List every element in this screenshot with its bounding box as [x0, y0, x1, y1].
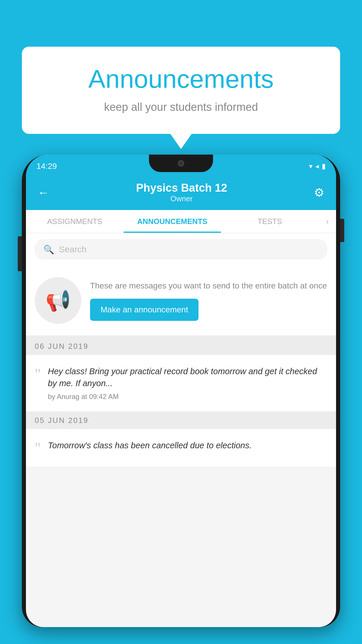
- speech-bubble: Announcements keep all your students inf…: [22, 47, 340, 134]
- search-bar[interactable]: 🔍 Search: [35, 239, 327, 260]
- wifi-icon: ▾: [309, 162, 312, 170]
- announcement-text-2: Tomorrow's class has been cancelled due …: [48, 440, 252, 452]
- tab-tests[interactable]: TESTS: [221, 210, 319, 233]
- signal-icon: ◂: [315, 162, 319, 170]
- status-time: 14:29: [36, 162, 57, 171]
- status-icons: ▾ ◂ ▮: [309, 162, 326, 170]
- promo-description: These are messages you want to send to t…: [90, 280, 327, 291]
- promo-content: These are messages you want to send to t…: [90, 280, 327, 321]
- quote-icon-2: ": [35, 441, 41, 456]
- battery-icon: ▮: [322, 162, 326, 170]
- announcement-content-2: Tomorrow's class has been cancelled due …: [48, 440, 252, 455]
- phone-screen: 14:29 ▾ ◂ ▮ ← Physics Batch 12 Owner ⚙: [26, 155, 336, 627]
- tabs-bar: ASSIGNMENTS ANNOUNCEMENTS TESTS ›: [26, 210, 336, 233]
- announcement-meta-1: by Anurag at 09:42 AM: [48, 393, 327, 401]
- speech-bubble-container: Announcements keep all your students inf…: [22, 47, 340, 134]
- search-icon: 🔍: [43, 244, 54, 255]
- date-separator-2: 05 JUN 2019: [26, 412, 336, 429]
- tab-assignments[interactable]: ASSIGNMENTS: [26, 210, 124, 233]
- header-subtitle: Owner: [136, 194, 227, 203]
- settings-icon[interactable]: ⚙: [314, 186, 324, 199]
- speech-bubble-subtitle: keep all your students informed: [45, 101, 317, 113]
- camera: [178, 160, 184, 167]
- megaphone-icon: 📢: [45, 288, 71, 312]
- search-placeholder: Search: [59, 244, 87, 254]
- make-announcement-button[interactable]: Make an announcement: [90, 299, 198, 321]
- announcement-item-1[interactable]: " Hey class! Bring your practical record…: [26, 355, 336, 412]
- header-title: Physics Batch 12: [136, 182, 227, 194]
- promo-icon-circle: 📢: [35, 277, 81, 324]
- app-header: ← Physics Batch 12 Owner ⚙: [26, 175, 336, 210]
- promo-section: 📢 These are messages you want to send to…: [26, 265, 336, 338]
- back-button[interactable]: ←: [38, 186, 49, 199]
- announcement-item-2[interactable]: " Tomorrow's class has been cancelled du…: [26, 429, 336, 466]
- search-container: 🔍 Search: [26, 233, 336, 265]
- header-center: Physics Batch 12 Owner: [136, 182, 227, 203]
- announcement-text-1: Hey class! Bring your practical record b…: [48, 365, 327, 389]
- date-separator-1: 06 JUN 2019: [26, 338, 336, 355]
- tab-more[interactable]: ›: [319, 217, 336, 226]
- phone-notch: [149, 155, 213, 172]
- phone-container: 14:29 ▾ ◂ ▮ ← Physics Batch 12 Owner ⚙: [22, 155, 340, 644]
- tab-announcements[interactable]: ANNOUNCEMENTS: [124, 210, 221, 233]
- speech-bubble-title: Announcements: [45, 64, 317, 94]
- phone-frame: 14:29 ▾ ◂ ▮ ← Physics Batch 12 Owner ⚙: [22, 155, 340, 627]
- quote-icon-1: ": [35, 367, 41, 382]
- announcement-content-1: Hey class! Bring your practical record b…: [48, 365, 327, 401]
